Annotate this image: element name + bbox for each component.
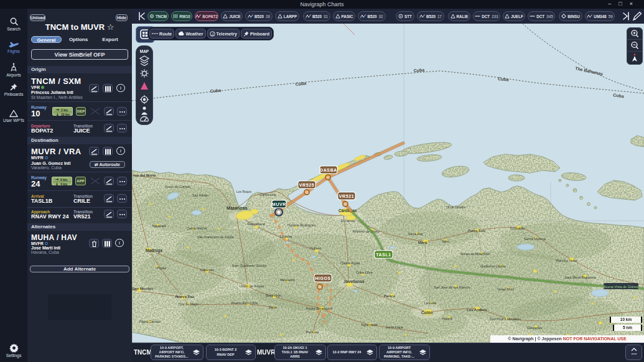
svg-text:Madruga: Madruga <box>146 248 162 253</box>
svg-text:Cuba Libre: Cuba Libre <box>356 271 373 274</box>
svg-text:Santa Ana: Santa Ana <box>408 232 422 236</box>
svg-text:José René Riquelme: José René Riquelme <box>564 276 596 279</box>
svg-text:VR521: VR521 <box>339 194 354 198</box>
svg-text:San Pedro Mayabon: San Pedro Mayabon <box>490 317 521 321</box>
svg-text:El Caimito: El Caimito <box>341 219 355 223</box>
svg-text:ruz del Norte: ruz del Norte <box>133 174 156 177</box>
svg-text:Manuelito: Manuelito <box>280 278 295 282</box>
svg-text:2 kts: 2 kts <box>61 108 68 112</box>
svg-text:Jovellanos: Jovellanos <box>343 279 365 284</box>
svg-text:Los Roque: Los Roque <box>236 190 251 193</box>
svg-text:Pipián: Pipián <box>157 266 166 270</box>
svg-text:Playa Caimito: Playa Caimito <box>139 320 161 323</box>
svg-text:Los Arabos: Los Arabos <box>467 308 487 312</box>
svg-text:0 kts: 0 kts <box>60 178 68 182</box>
svg-text:Perico: Perico <box>384 294 396 298</box>
svg-text:Puerto Rico Libre: Puerto Rico Libre <box>231 301 258 305</box>
svg-text:Aguacate: Aguacate <box>152 224 166 228</box>
svg-text:Coliseo: Coliseo <box>310 246 321 250</box>
svg-text:Ceiba Mocha: Ceiba Mocha <box>187 226 207 230</box>
svg-text:Palma Sola: Palma Sola <box>468 229 486 233</box>
svg-text:Nueva Paz: Nueva Paz <box>175 295 194 299</box>
svg-text:Corralillo: Corralillo <box>510 226 525 230</box>
svg-text:Colón: Colón <box>421 310 432 315</box>
svg-text:Horacio Rodriguez: Horacio Rodriguez <box>287 223 316 227</box>
svg-text:Cuba: Cuba <box>414 68 425 73</box>
svg-text:Rancho Veloz: Rancho Veloz <box>556 259 577 262</box>
svg-text:San Adrián: San Adrián <box>192 193 208 197</box>
svg-text:Arcos de Canasí: Arcos de Canasí <box>165 185 190 188</box>
svg-text:Minas de Motembo: Minas de Motembo <box>460 252 490 256</box>
svg-text:Juan Gualberto Gómez: Juan Gualberto Gómez <box>231 264 267 267</box>
svg-text:Primero de Enero: Primero de Enero <box>353 230 380 233</box>
svg-text:Dos de Mayo: Dos de Mayo <box>179 302 198 306</box>
svg-text:Guanabana: Guanabana <box>247 222 266 226</box>
svg-text:DASBA: DASBA <box>320 168 337 172</box>
svg-text:Israel Ruiz: Israel Ruiz <box>498 287 514 291</box>
svg-text:10 kts: 10 kts <box>61 113 70 116</box>
svg-text:VR525: VR525 <box>299 183 314 187</box>
svg-text:Marti: Marti <box>418 241 427 244</box>
svg-text:Matanzas: Matanzas <box>226 205 248 211</box>
svg-text:Cabezas: Cabezas <box>200 268 214 272</box>
svg-text:Zayas: Zayas <box>269 305 278 309</box>
svg-text:Bolondrón: Bolondrón <box>266 294 281 297</box>
svg-text:Agramonte: Agramonte <box>361 323 378 327</box>
svg-text:San Nicolás: San Nicolás <box>132 287 154 290</box>
svg-text:Carbonera: Carbonera <box>259 193 276 197</box>
svg-text:La Luisa: La Luisa <box>424 301 436 305</box>
svg-text:Sierra Morena: Sierra Morena <box>524 237 546 241</box>
svg-text:San Francisco de Paula: San Francisco de Paula <box>197 235 234 239</box>
svg-text:28 de Octubre: 28 de Octubre <box>446 205 466 209</box>
svg-text:Guillermo Llabré: Guillermo Llabré <box>480 264 505 268</box>
svg-text:Carlos Rojas: Carlos Rojas <box>340 261 360 265</box>
svg-text:San José de los Ramos: San José de los Ramos <box>434 285 470 289</box>
svg-text:4 kts: 4 kts <box>60 182 68 186</box>
svg-text:Itabo: Itabo <box>442 239 449 243</box>
svg-text:MUVR: MUVR <box>272 202 286 207</box>
svg-text:Santa Fraga: Santa Fraga <box>386 325 403 329</box>
svg-text:Aguica: Aguica <box>442 317 453 320</box>
svg-text:Pedroso: Pedroso <box>306 330 319 334</box>
svg-text:MAP: MAP <box>140 49 149 53</box>
svg-text:HIGOS: HIGOS <box>315 276 331 281</box>
svg-text:Unión de Reyes: Unión de Reyes <box>240 284 264 288</box>
svg-text:TASL1: TASL1 <box>376 253 391 257</box>
svg-text:Buena Vista de Güines: Buena Vista de Güines <box>604 285 638 289</box>
svg-text:Céspedes: Céspedes <box>527 326 543 330</box>
